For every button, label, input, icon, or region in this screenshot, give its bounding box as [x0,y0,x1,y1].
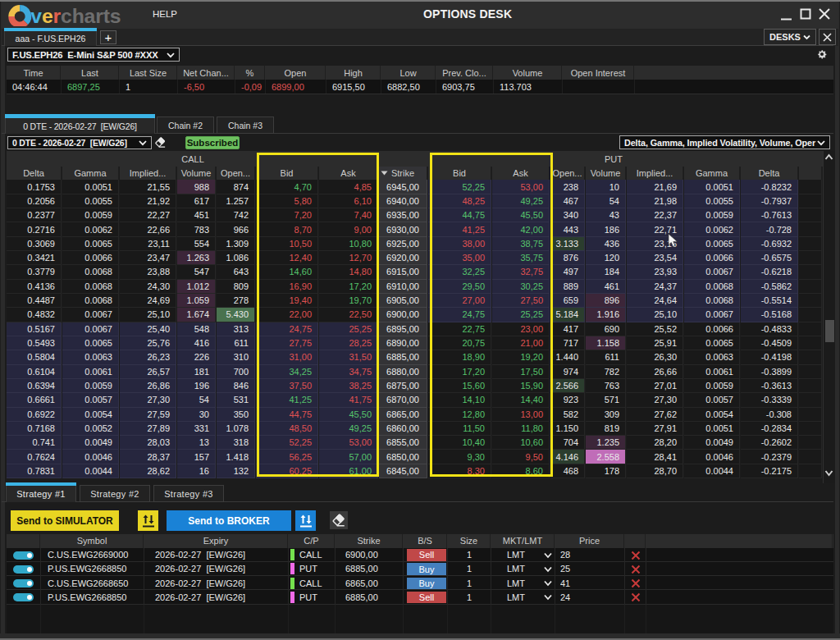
svg-text:vercharts: vercharts [30,5,121,26]
